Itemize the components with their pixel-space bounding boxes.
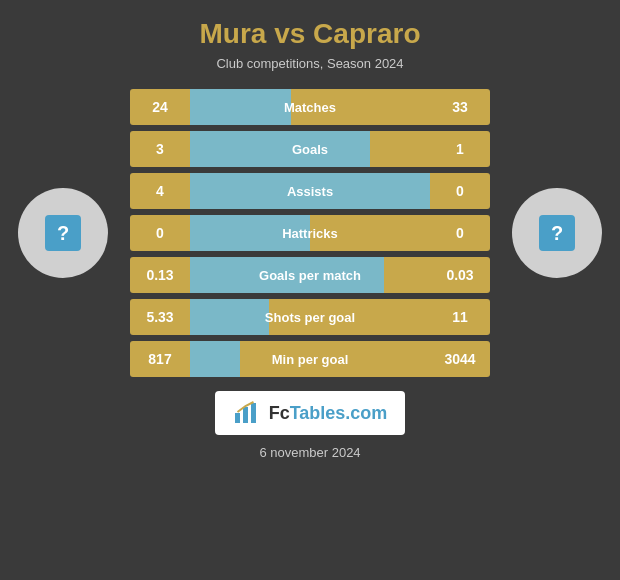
svg-rect-2: [251, 403, 256, 423]
stat-label: Shots per goal: [265, 310, 355, 325]
stat-label: Goals: [292, 142, 328, 157]
stat-right-value: 33: [430, 99, 490, 115]
stat-bar-area: Goals: [190, 131, 430, 167]
stat-row: 5.33Shots per goal11: [130, 299, 490, 335]
fctables-label: FcTables.com: [269, 403, 388, 424]
stat-left-value: 5.33: [130, 309, 190, 325]
stat-left-value: 0: [130, 225, 190, 241]
stat-right-value: 0: [430, 183, 490, 199]
stat-row: 4Assists0: [130, 173, 490, 209]
stat-label: Matches: [284, 100, 336, 115]
stat-fill-bar: [190, 131, 370, 167]
match-title: Mura vs Capraro: [200, 18, 421, 50]
date-label: 6 november 2024: [259, 445, 360, 460]
stat-row: 0.13Goals per match0.03: [130, 257, 490, 293]
match-subtitle: Club competitions, Season 2024: [216, 56, 403, 71]
stat-fill-bar: [190, 299, 269, 335]
question-icon-left: ?: [45, 215, 81, 251]
stat-row: 3Goals1: [130, 131, 490, 167]
avatar-left: ?: [18, 188, 108, 278]
stat-label: Min per goal: [272, 352, 349, 367]
stat-right-value: 1: [430, 141, 490, 157]
stat-right-value: 0: [430, 225, 490, 241]
svg-rect-1: [243, 407, 248, 423]
stats-container: 24Matches333Goals14Assists00Hattricks00.…: [130, 89, 490, 377]
stat-bar-area: Shots per goal: [190, 299, 430, 335]
stat-row: 24Matches33: [130, 89, 490, 125]
stat-left-value: 817: [130, 351, 190, 367]
stat-label: Assists: [287, 184, 333, 199]
avatar-right: ?: [512, 188, 602, 278]
page-container: Mura vs Capraro Club competitions, Seaso…: [0, 0, 620, 580]
stat-right-value: 3044: [430, 351, 490, 367]
fctables-banner: FcTables.com: [215, 391, 406, 435]
stat-bar-area: Min per goal: [190, 341, 430, 377]
stat-fill-bar: [190, 89, 291, 125]
stat-left-value: 3: [130, 141, 190, 157]
stat-right-value: 11: [430, 309, 490, 325]
stat-left-value: 24: [130, 99, 190, 115]
question-icon-right: ?: [539, 215, 575, 251]
stat-right-value: 0.03: [430, 267, 490, 283]
fctables-chart-icon: [233, 399, 261, 427]
stat-bar-area: Goals per match: [190, 257, 430, 293]
stat-left-value: 4: [130, 183, 190, 199]
stat-fill-bar: [190, 341, 240, 377]
stat-bar-area: Assists: [190, 173, 430, 209]
stat-left-value: 0.13: [130, 267, 190, 283]
comparison-area: ? 24Matches333Goals14Assists00Hattricks0…: [10, 89, 610, 377]
stat-label: Goals per match: [259, 268, 361, 283]
stat-label: Hattricks: [282, 226, 338, 241]
stat-bar-area: Matches: [190, 89, 430, 125]
stat-row: 817Min per goal3044: [130, 341, 490, 377]
stat-row: 0Hattricks0: [130, 215, 490, 251]
svg-rect-0: [235, 413, 240, 423]
stat-bar-area: Hattricks: [190, 215, 430, 251]
